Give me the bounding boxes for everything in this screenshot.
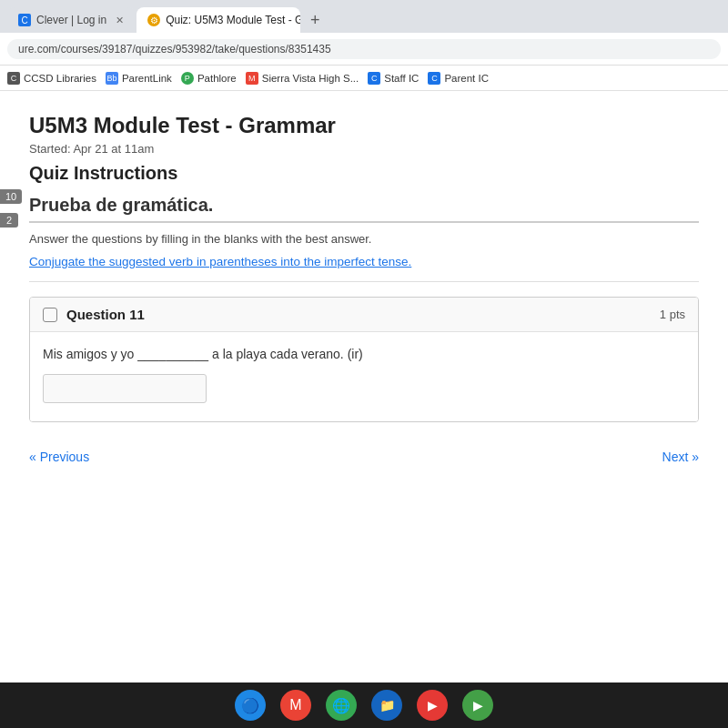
page-content: 10 2 U5M3 Module Test - Grammar Started:… xyxy=(0,91,728,682)
bookmark-ccsd-label: CCSD Libraries xyxy=(24,73,96,84)
staffic-icon: C xyxy=(368,72,380,85)
tab-clever-close[interactable]: ✕ xyxy=(116,15,124,26)
question-box: Question 11 1 pts Mis amigos y yo ______… xyxy=(29,297,699,422)
taskbar: 🔵 M 🌐 📁 ▶ ▶ xyxy=(0,682,728,728)
question-header-left: Question 11 xyxy=(43,307,145,322)
quiz-tab-icon: ⚙ xyxy=(147,14,160,26)
nav-row: « Previous Next » xyxy=(29,440,699,473)
bookmark-parentlink[interactable]: Bb ParentLink xyxy=(106,72,172,85)
question-header: Question 11 1 pts xyxy=(30,298,698,332)
question-checkbox[interactable] xyxy=(43,308,57,322)
bookmark-pathlore[interactable]: P Pathlore xyxy=(181,72,237,85)
bookmarks-bar: C CCSD Libraries Bb ParentLink P Pathlor… xyxy=(0,66,728,91)
next-button[interactable]: Next » xyxy=(662,450,699,464)
taskbar-icon-play[interactable]: ▶ xyxy=(462,690,493,721)
conjugate-link[interactable]: Conjugate the suggested verb in parenthe… xyxy=(29,255,699,282)
parentlink-icon: Bb xyxy=(106,72,118,85)
quiz-started: Started: Apr 21 at 11am xyxy=(29,142,699,156)
ccsd-icon: C xyxy=(7,72,20,85)
quiz-title: U5M3 Module Test - Grammar xyxy=(29,113,699,138)
question-body: Mis amigos y yo __________ a la playa ca… xyxy=(30,332,698,421)
pathlore-icon: P xyxy=(181,72,194,85)
tab-bar: C Clever | Log in ✕ ⚙ Quiz: U5M3 Module … xyxy=(0,0,728,33)
address-bar-row xyxy=(0,33,728,66)
bookmark-ccsd[interactable]: C CCSD Libraries xyxy=(7,72,96,85)
new-tab-button[interactable]: + xyxy=(302,7,328,33)
bookmark-parentric[interactable]: C Parent IC xyxy=(428,72,489,85)
quiz-instructions-heading: Quiz Instructions xyxy=(29,163,699,184)
question-sentence: Mis amigos y yo __________ a la playa ca… xyxy=(43,347,685,361)
tab-quiz-label: Quiz: U5M3 Module Test - Gramm xyxy=(166,14,300,26)
question-pts: 1 pts xyxy=(660,308,685,321)
bookmark-sierravista-label: Sierra Vista High S... xyxy=(262,73,359,84)
bookmark-staffic[interactable]: C Staff IC xyxy=(368,72,419,85)
address-bar[interactable] xyxy=(7,39,721,59)
taskbar-icon-1[interactable]: 🔵 xyxy=(235,690,266,721)
bookmark-parentric-label: Parent IC xyxy=(444,73,489,84)
instruction-text: Answer the questions by filling in the b… xyxy=(29,232,699,246)
taskbar-icon-gmail[interactable]: M xyxy=(280,690,311,721)
side-badge-2: 2 xyxy=(0,213,18,228)
clever-tab-icon: C xyxy=(18,14,31,26)
bookmark-staffic-label: Staff IC xyxy=(384,73,419,84)
parentric-icon: C xyxy=(428,72,440,85)
prueba-heading: Prueba de gramática. xyxy=(29,195,699,223)
browser-frame: C Clever | Log in ✕ ⚙ Quiz: U5M3 Module … xyxy=(0,0,728,728)
bookmark-sierravista[interactable]: M Sierra Vista High S... xyxy=(246,72,359,85)
side-badge-10: 10 xyxy=(0,189,22,204)
bookmark-parentlink-label: ParentLink xyxy=(122,73,172,84)
tab-clever[interactable]: C Clever | Log in ✕ xyxy=(7,7,135,33)
question-title: Question 11 xyxy=(66,307,145,322)
tab-quiz[interactable]: ⚙ Quiz: U5M3 Module Test - Gramm ✕ xyxy=(136,7,300,33)
taskbar-icon-chrome[interactable]: 🌐 xyxy=(326,690,357,721)
previous-button[interactable]: « Previous xyxy=(29,450,89,464)
tab-clever-label: Clever | Log in xyxy=(36,14,106,26)
sierravista-icon: M xyxy=(246,72,258,85)
taskbar-icon-files[interactable]: 📁 xyxy=(371,690,402,721)
answer-input-box[interactable] xyxy=(43,374,207,403)
bookmark-pathlore-label: Pathlore xyxy=(197,73,237,84)
taskbar-icon-youtube[interactable]: ▶ xyxy=(417,690,448,721)
